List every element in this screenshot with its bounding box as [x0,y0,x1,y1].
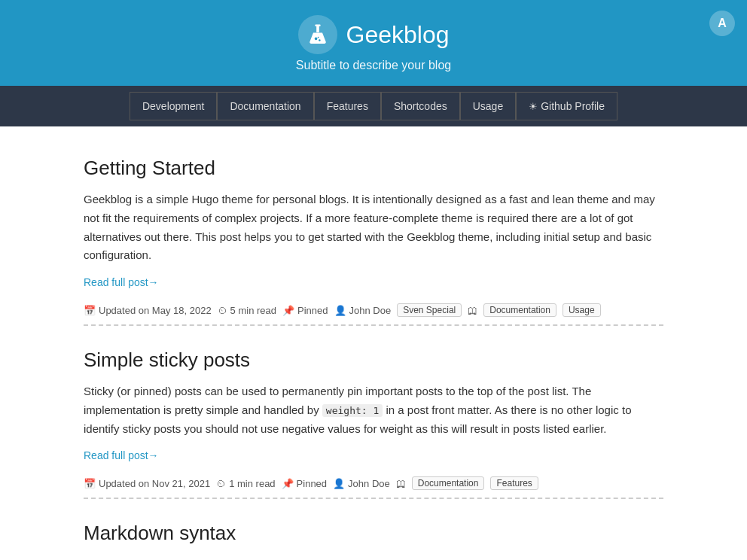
site-title: Geekblog [346,21,450,49]
person-icon-2: 👤 [333,478,345,489]
pin-icon-2: 📌 [282,478,294,489]
nav-item-shortcodes[interactable]: Shortcodes [381,92,460,120]
post-getting-started: Getting Started Geekblog is a simple Hug… [84,142,663,326]
post-title-getting-started: Getting Started [84,157,663,180]
calendar-icon-2: 📅 [84,478,96,489]
meta-author-1: 👤 John Doe [334,305,392,316]
post-sticky-posts: Simple sticky posts Sticky (or pinned) p… [84,333,663,499]
pin-icon: 📌 [282,305,294,316]
meta-readtime-1: ⏲ 5 min read [218,305,276,316]
main-content: Getting Started Geekblog is a simple Hug… [53,126,694,560]
tag-documentation-2[interactable]: Documentation [412,476,485,490]
nav-item-usage[interactable]: Usage [460,92,516,120]
post-body-getting-started: Geekblog is a simple Hugo theme for pers… [84,190,663,265]
clock-icon-2: ⏲ [216,478,226,489]
post-body-sticky: Sticky (or pinned) posts can be used to … [84,382,663,438]
svg-point-3 [319,39,320,41]
read-more-getting-started[interactable]: Read full post→ [84,276,159,288]
bookmark-icon-2: 🕮 [396,478,406,489]
site-header: Geekblog Subtitle to describe your blog … [0,0,747,86]
nav-items-wrapper: Development Documentation Features Short… [130,92,617,120]
person-icon: 👤 [334,305,346,316]
tag-documentation-1[interactable]: Documentation [483,303,556,317]
read-more-sticky[interactable]: Read full post→ [84,449,159,461]
calendar-icon: 📅 [84,305,96,316]
accessibility-button[interactable]: A [709,11,735,36]
meta-pinned-2: 📌 Pinned [282,478,327,489]
tag-features[interactable]: Features [490,476,538,490]
post-title-sticky: Simple sticky posts [84,348,663,372]
nav-item-features[interactable]: Features [314,92,381,120]
meta-updated-2: 📅 Updated on Nov 21, 2021 [84,478,210,489]
site-subtitle: Subtitle to describe your blog [0,59,747,72]
svg-point-4 [317,37,319,38]
nav-item-documentation[interactable]: Documentation [217,92,313,120]
meta-readtime-2: ⏲ 1 min read [216,478,275,489]
meta-pinned-1: 📌 Pinned [282,305,328,316]
post-markdown: Markdown syntax [84,507,663,560]
nav-item-github[interactable]: ☀ Github Profile [516,92,617,120]
site-logo [298,15,337,54]
nav-item-development[interactable]: Development [130,92,218,120]
post-meta-sticky: 📅 Updated on Nov 21, 2021 ⏲ 1 min read 📌… [84,476,663,490]
tag-usage[interactable]: Usage [563,303,601,317]
github-icon: ☀ [529,101,538,112]
post-meta-getting-started: 📅 Updated on May 18, 2022 ⏲ 5 min read 📌… [84,303,663,317]
meta-author-2: 👤 John Doe [333,478,390,489]
bookmark-icon-1: 🕮 [468,305,477,316]
clock-icon: ⏲ [218,305,227,316]
main-nav: Development Documentation Features Short… [0,86,747,126]
svg-rect-1 [316,26,319,32]
flask-icon [306,23,329,46]
post-title-markdown: Markdown syntax [84,522,663,545]
tag-sven-special[interactable]: Sven Special [397,303,462,317]
meta-updated-1: 📅 Updated on May 18, 2022 [84,305,212,316]
sticky-code: weight: 1 [322,404,383,417]
svg-point-2 [314,38,317,41]
